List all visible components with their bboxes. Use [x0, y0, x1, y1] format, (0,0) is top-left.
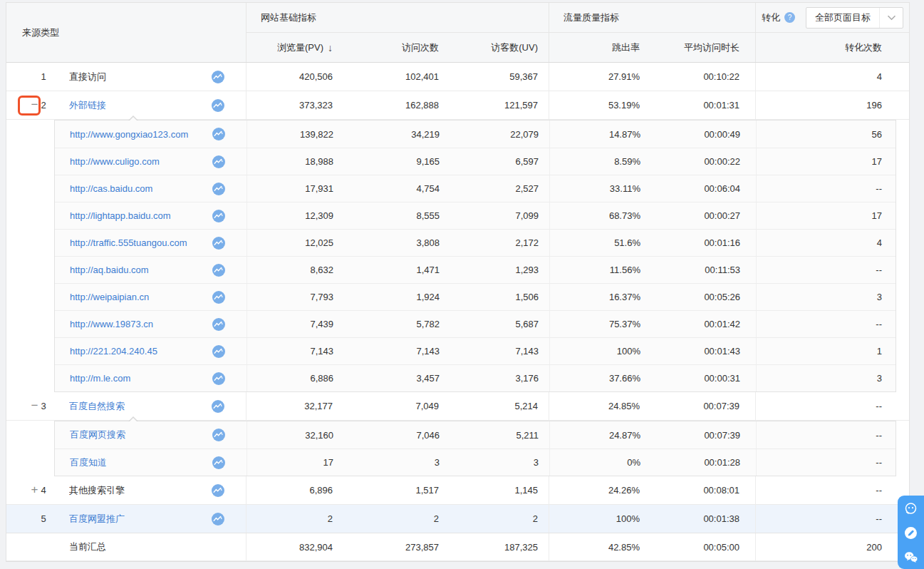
source-link[interactable]: http://lightapp.baidu.com	[70, 210, 171, 221]
visits-cell: 8,555	[343, 203, 454, 229]
conversion-target-select[interactable]: 全部页面目标	[806, 7, 903, 29]
sort-desc-icon[interactable]: ↓	[328, 42, 333, 53]
table-row: +4其他搜索引擎6,8961,5171,14524.26%00:08:01--	[6, 476, 909, 505]
source-link[interactable]: 外部链接	[69, 99, 106, 112]
pv-cell: 8,632	[247, 257, 343, 283]
source-name-cell: http://traffic.555tuangou.com	[55, 230, 247, 256]
conversions-cell: --	[756, 505, 909, 533]
visits-cell: 3	[343, 449, 454, 476]
trend-chart-icon[interactable]	[212, 210, 225, 222]
table-body: 1直接访问420,506102,40159,36727.91%00:10:224…	[6, 63, 909, 561]
source-link[interactable]: http://weipaipian.cn	[70, 292, 149, 302]
trend-chart-icon[interactable]	[212, 513, 224, 526]
trend-chart-icon[interactable]	[212, 291, 225, 304]
row-index: 4	[35, 485, 52, 496]
column-header-conversions[interactable]: 转化次数	[756, 33, 909, 62]
traffic-source-table: 来源类型 网站基础指标 流量质量指标 转化 ? 全部页面目标	[6, 2, 910, 562]
avg-duration-cell: 00:07:39	[646, 421, 757, 448]
trend-chart-icon[interactable]	[212, 128, 225, 140]
avg-duration-cell: 00:01:38	[645, 505, 756, 533]
sub-table-row: http://221.204.240.457,1437,1437,143100%…	[55, 337, 896, 364]
feedback-pencil-icon[interactable]	[903, 526, 918, 540]
conversions-cell: --	[757, 175, 896, 202]
pv-cell: 32,160	[247, 421, 343, 448]
summary-name-cell: 当前汇总	[6, 533, 246, 560]
bounce-rate-cell: 51.6%	[550, 230, 646, 256]
source-link[interactable]: 百度自然搜索	[69, 400, 125, 413]
source-link[interactable]: http://aq.baidu.com	[70, 265, 149, 275]
uv-cell: 22,079	[454, 121, 550, 148]
visits-cell: 3,808	[343, 230, 454, 256]
help-icon[interactable]: ?	[784, 12, 795, 23]
column-header-bounce-rate[interactable]: 跳出率	[549, 33, 645, 62]
trend-chart-icon[interactable]	[212, 484, 224, 497]
expanded-subrows-panel: 百度网页搜索32,1607,0465,21124.87%00:07:39--百度…	[54, 421, 896, 476]
conversions-cell: --	[757, 311, 896, 337]
source-link[interactable]: 百度网页搜索	[70, 429, 125, 441]
conversions-cell: 4	[757, 230, 896, 256]
column-header-pv[interactable]: 浏览量(PV) ↓	[246, 33, 343, 62]
trend-chart-icon[interactable]	[212, 155, 225, 168]
sub-table-row: http://aq.baidu.com8,6321,4711,29311.56%…	[55, 256, 896, 283]
sub-table-row: http://cas.baidu.com17,9314,7542,52733.1…	[55, 175, 896, 202]
conversions-cell: --	[756, 476, 909, 504]
pv-cell: 12,025	[247, 230, 343, 256]
trend-chart-icon[interactable]	[212, 318, 225, 331]
source-link[interactable]: http://221.204.240.45	[70, 346, 157, 357]
source-label: 直接访问	[69, 71, 106, 83]
summary-row: 当前汇总832,904273,857187,32542.85%00:05:002…	[6, 533, 909, 561]
sub-table-row: http://lightapp.baidu.com12,3098,5557,09…	[55, 202, 896, 229]
bounce-rate-cell: 8.59%	[550, 148, 646, 175]
conversions-cell: 17	[757, 148, 896, 175]
column-header-visits[interactable]: 访问次数	[343, 33, 453, 62]
pv-cell: 6,886	[247, 365, 343, 391]
source-link[interactable]: http://www.culigo.com	[70, 156, 160, 167]
source-link[interactable]: 百度网盟推广	[69, 513, 125, 526]
trend-chart-icon[interactable]	[212, 264, 225, 277]
pv-cell: 18,988	[247, 148, 343, 175]
uv-cell: 187,325	[453, 533, 549, 560]
chevron-down-icon[interactable]	[879, 8, 903, 28]
source-link[interactable]: http://traffic.555tuangou.com	[70, 237, 187, 248]
visits-cell: 3,457	[343, 365, 454, 391]
column-header-uv[interactable]: 访客数(UV)	[453, 33, 549, 62]
visits-cell: 1,517	[343, 476, 453, 504]
uv-cell: 7,099	[454, 203, 550, 229]
uv-cell: 5,214	[453, 392, 549, 420]
trend-chart-icon[interactable]	[212, 372, 225, 385]
trend-chart-icon[interactable]	[212, 429, 225, 441]
column-header-avg-visit-duration[interactable]: 平均访问时长	[645, 33, 756, 62]
pv-cell: 17	[247, 449, 343, 476]
source-type-label: 来源类型	[22, 26, 59, 39]
wechat-icon[interactable]	[903, 550, 918, 565]
source-name-cell: http://cas.baidu.com	[55, 175, 247, 202]
source-link[interactable]: http://m.le.com	[70, 373, 130, 384]
bounce-rate-cell: 75.37%	[550, 311, 646, 337]
source-link[interactable]: http://www.gongxiao123.com	[70, 129, 188, 140]
trend-chart-icon[interactable]	[212, 400, 224, 413]
bounce-rate-cell: 11.56%	[550, 257, 646, 283]
trend-chart-icon[interactable]	[212, 237, 225, 250]
customer-service-icon[interactable]	[903, 501, 918, 516]
header-right: 网站基础指标 流量质量指标 转化 ? 全部页面目标	[246, 3, 909, 62]
visits-cell: 7,046	[343, 421, 454, 448]
pv-cell: 139,822	[247, 121, 343, 148]
trend-chart-icon[interactable]	[212, 456, 225, 469]
trend-chart-icon[interactable]	[212, 183, 225, 195]
trend-chart-icon[interactable]	[212, 99, 224, 112]
pv-cell: 7,143	[247, 338, 343, 364]
source-link[interactable]: http://www.19873.cn	[70, 319, 153, 329]
avg-duration-cell: 00:00:22	[646, 148, 757, 175]
trend-chart-icon[interactable]	[212, 71, 224, 83]
source-link[interactable]: 百度知道	[70, 456, 107, 469]
visits-cell: 7,049	[343, 392, 453, 420]
pv-cell: 32,177	[246, 392, 343, 420]
table-row: −3百度自然搜索32,1777,0495,21424.85%00:07:39--	[6, 392, 909, 421]
trend-chart-icon[interactable]	[212, 345, 225, 358]
uv-cell: 1,293	[454, 257, 550, 283]
visits-cell: 2	[343, 505, 453, 533]
visits-cell: 7,143	[343, 338, 454, 364]
pv-cell: 12,309	[247, 203, 343, 229]
source-link[interactable]: http://cas.baidu.com	[70, 183, 152, 194]
sub-table-row: http://www.19873.cn7,4395,7825,68775.37%…	[55, 310, 896, 337]
